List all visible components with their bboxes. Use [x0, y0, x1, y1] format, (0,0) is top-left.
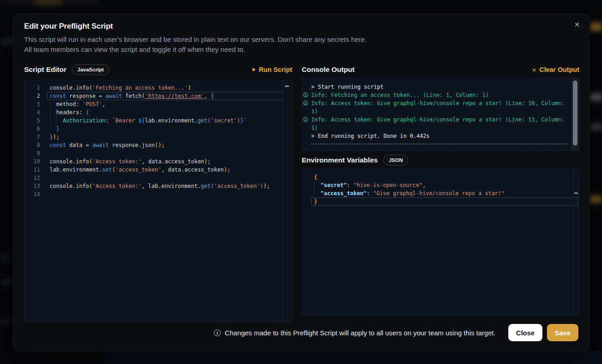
code-line: "secret": "hive-is-open-source", — [302, 181, 579, 189]
backdrop-blob — [0, 279, 11, 285]
console-line: iInfo: Access token: Give graphql-hive/c… — [302, 99, 579, 107]
line-number: 6 — [25, 125, 40, 133]
backdrop-blob — [591, 124, 602, 130]
backdrop-blob — [590, 23, 602, 31]
minimap-divider — [573, 169, 573, 315]
run-script-button[interactable]: Run Script — [253, 66, 292, 73]
scrollbar[interactable] — [572, 78, 579, 150]
preflight-script-modal: Edit your Preflight Script This script w… — [13, 14, 590, 351]
backdrop-blob — [590, 93, 602, 101]
code-line: 2const response = await fetch('https://t… — [25, 92, 292, 100]
clear-icon: × — [532, 66, 536, 73]
modal-description: All team members can view the script and… — [24, 46, 245, 53]
environment-variables-heading: Environment Variables — [302, 156, 378, 164]
line-number: 5 — [25, 116, 40, 125]
console-output-panel: > Start running scriptiInfo: Fetching an… — [302, 78, 579, 151]
backdrop-blob — [589, 196, 602, 203]
code-line: 3 method: 'POST', — [25, 100, 292, 108]
script-editor-header: Script Editor JavaScript Run Script — [24, 64, 292, 76]
info-icon: i — [303, 92, 308, 97]
line-number: 14 — [25, 190, 40, 198]
env-editor-code[interactable]: { "secret": "hive-is-open-source", "acce… — [302, 169, 579, 315]
code-line: 11lab.environment.set('access_token', da… — [25, 166, 292, 174]
console-line: > End running script. Done in 0.442s — [302, 132, 579, 140]
line-number: 3 — [25, 100, 40, 108]
minimap — [285, 86, 289, 87]
environment-variables-editor[interactable]: { "secret": "hive-is-open-source", "acce… — [302, 169, 579, 316]
scrollbar-thumb[interactable] — [573, 81, 577, 146]
info-icon: i — [303, 117, 308, 122]
clear-output-label: Clear Output — [539, 66, 579, 73]
line-number: 8 — [25, 141, 40, 149]
line-number: 1 — [25, 84, 40, 92]
info-icon: i — [214, 329, 221, 336]
line-number: 13 — [25, 182, 40, 190]
script-editor[interactable]: 1console.info('Fetching an access token.… — [24, 80, 292, 322]
code-line: 10console.info('Access token:', data.acc… — [25, 157, 292, 166]
clear-output-button[interactable]: × Clear Output — [532, 66, 579, 73]
code-line: } — [302, 197, 579, 206]
code-line: 7}); — [25, 133, 292, 141]
play-icon — [253, 68, 256, 71]
line-number: 4 — [25, 108, 40, 116]
console-log: > Start running scriptiInfo: Fetching an… — [302, 78, 579, 150]
screen: Edit your Preflight Script This script w… — [0, 0, 602, 364]
backdrop-blob — [34, 0, 61, 4]
code-line: 1console.info('Fetching an access token.… — [25, 84, 292, 92]
run-script-label: Run Script — [259, 66, 292, 73]
code-line: 4 headers: { — [25, 108, 292, 116]
line-number: 2 — [25, 92, 40, 100]
console-line: > Start running script — [302, 83, 579, 91]
console-line: 1) — [302, 107, 579, 116]
backdrop-panel — [105, 350, 602, 364]
console-output-heading: Console Output — [302, 66, 354, 74]
code-line: 9 — [25, 149, 292, 157]
console-header: Console Output × Clear Output — [302, 64, 579, 76]
code-line: 5 Authorization: `Bearer ${lab.environme… — [25, 116, 292, 125]
console-line: 1) — [302, 124, 579, 132]
line-number: 12 — [25, 174, 40, 182]
code-line: 12 — [25, 174, 292, 182]
code-line: { — [302, 173, 579, 181]
script-editor-code[interactable]: 1console.info('Fetching an access token.… — [25, 81, 292, 322]
save-button[interactable]: Save — [547, 324, 578, 341]
minimap — [574, 192, 578, 194]
footer-note: Changes made to this Preflight Script wi… — [225, 329, 496, 337]
line-number: 10 — [25, 157, 40, 166]
code-line: 14 — [25, 190, 292, 198]
env-header: Environment Variables JSON — [302, 154, 579, 166]
minimap-divider — [283, 81, 283, 322]
line-number: 9 — [25, 149, 40, 157]
code-line: "access_token": "Give graphql-hive/conso… — [302, 189, 579, 197]
code-line: 6 } — [25, 125, 292, 133]
console-separator — [311, 144, 567, 144]
code-line: 8const data = await response.json(); — [25, 141, 292, 149]
info-icon: i — [303, 101, 308, 106]
line-number: 11 — [25, 166, 40, 174]
javascript-badge: JavaScript — [72, 64, 109, 75]
json-badge: JSON — [383, 155, 408, 166]
backdrop-blob — [0, 256, 9, 261]
console-line: iInfo: Access token: Give graphql-hive/c… — [302, 116, 579, 124]
backdrop-blob — [0, 318, 10, 324]
close-button[interactable]: Close — [508, 324, 542, 341]
page-title: Edit your Preflight Script — [24, 22, 113, 31]
close-icon[interactable]: × — [572, 20, 582, 30]
code-line: 13console.info('Access token:', lab.envi… — [25, 182, 292, 190]
modal-description: This script will run in each user's brow… — [24, 35, 367, 43]
console-line: iInfo: Fetching an access token... (Line… — [302, 91, 579, 99]
line-number: 7 — [25, 133, 40, 141]
script-editor-heading: Script Editor — [24, 66, 66, 74]
modal-footer: i Changes made to this Preflight Script … — [24, 324, 578, 341]
